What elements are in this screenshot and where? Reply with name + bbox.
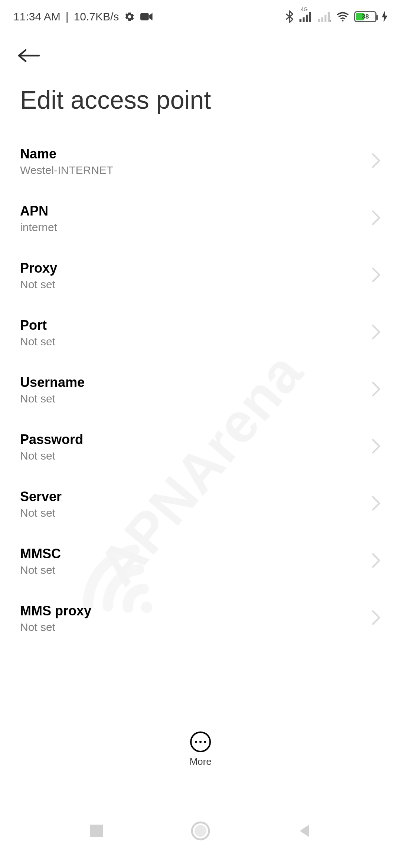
videocam-icon bbox=[140, 12, 153, 21]
settings-item-value: Not set bbox=[20, 507, 62, 519]
nav-home-button[interactable] bbox=[186, 816, 215, 846]
triangle-left-icon bbox=[297, 823, 312, 839]
bluetooth-icon bbox=[285, 10, 294, 23]
settings-item-label: Proxy bbox=[20, 260, 57, 276]
settings-item-password[interactable]: PasswordNot set bbox=[20, 418, 381, 476]
signal-4g-icon: 4G bbox=[299, 11, 313, 22]
settings-item-value: Not set bbox=[20, 621, 91, 634]
chevron-right-icon bbox=[371, 381, 381, 398]
status-time: 11:34 AM bbox=[13, 10, 61, 23]
settings-item-name[interactable]: NameWestel-INTERNET bbox=[20, 133, 381, 190]
settings-item-label: MMS proxy bbox=[20, 603, 91, 619]
svg-rect-4 bbox=[306, 15, 308, 22]
svg-rect-5 bbox=[309, 12, 311, 22]
svg-rect-13 bbox=[90, 825, 103, 837]
nav-bar bbox=[0, 794, 401, 868]
nav-recent-button[interactable] bbox=[82, 816, 111, 846]
chevron-right-icon bbox=[371, 324, 381, 341]
circle-icon bbox=[190, 821, 211, 841]
settings-item-apn[interactable]: APNinternet bbox=[20, 190, 381, 247]
svg-rect-6 bbox=[318, 19, 320, 22]
chevron-right-icon bbox=[371, 153, 381, 170]
settings-item-value: internet bbox=[20, 221, 57, 234]
chevron-right-icon bbox=[371, 267, 381, 284]
gear-icon bbox=[124, 11, 135, 22]
settings-item-value: Not set bbox=[20, 335, 55, 348]
signal-nosim-icon: ✕ bbox=[318, 11, 331, 22]
settings-item-value: Not set bbox=[20, 564, 61, 576]
battery-icon: 38 bbox=[354, 11, 376, 22]
settings-item-mms-proxy[interactable]: MMS proxyNot set bbox=[20, 590, 381, 647]
settings-item-label: Name bbox=[20, 146, 113, 162]
chevron-right-icon bbox=[371, 438, 381, 456]
settings-item-server[interactable]: ServerNot set bbox=[20, 476, 381, 533]
settings-item-mmsc[interactable]: MMSCNot set bbox=[20, 533, 381, 590]
svg-rect-1 bbox=[140, 13, 149, 20]
svg-point-15 bbox=[195, 825, 206, 837]
more-label: More bbox=[189, 756, 211, 767]
settings-item-value: Not set bbox=[20, 392, 85, 405]
settings-item-value: Not set bbox=[20, 450, 83, 462]
svg-rect-8 bbox=[325, 15, 326, 22]
settings-item-label: Username bbox=[20, 375, 85, 390]
back-button[interactable] bbox=[18, 45, 40, 67]
svg-rect-2 bbox=[300, 19, 301, 22]
svg-rect-3 bbox=[303, 17, 304, 22]
more-icon bbox=[190, 731, 211, 752]
settings-item-label: APN bbox=[20, 203, 57, 219]
chevron-right-icon bbox=[371, 210, 381, 227]
settings-item-label: MMSC bbox=[20, 546, 61, 562]
settings-item-value: Not set bbox=[20, 278, 57, 291]
charging-icon bbox=[382, 11, 388, 22]
settings-item-username[interactable]: UsernameNot set bbox=[20, 361, 381, 418]
settings-list: NameWestel-INTERNETAPNinternetProxyNot s… bbox=[0, 133, 401, 647]
chevron-right-icon bbox=[371, 496, 381, 513]
settings-item-label: Port bbox=[20, 318, 55, 333]
page-title: Edit access point bbox=[0, 74, 401, 133]
wifi-icon bbox=[336, 11, 349, 22]
nav-back-button[interactable] bbox=[290, 816, 319, 846]
svg-point-11 bbox=[342, 20, 343, 21]
settings-item-value: Westel-INTERNET bbox=[20, 164, 113, 177]
status-net-speed: 10.7KB/s bbox=[74, 10, 119, 23]
arrow-left-icon bbox=[18, 47, 40, 64]
settings-item-port[interactable]: PortNot set bbox=[20, 304, 381, 361]
settings-item-label: Password bbox=[20, 432, 83, 447]
svg-rect-7 bbox=[321, 17, 323, 22]
status-bar: 11:34 AM | 10.7KB/s 4G ✕ 38 bbox=[0, 0, 401, 33]
chevron-right-icon bbox=[371, 553, 381, 570]
square-icon bbox=[89, 823, 104, 839]
chevron-right-icon bbox=[371, 610, 381, 627]
more-button[interactable]: More bbox=[189, 731, 211, 767]
svg-text:✕: ✕ bbox=[329, 18, 332, 22]
settings-item-label: Server bbox=[20, 489, 62, 504]
settings-item-proxy[interactable]: ProxyNot set bbox=[20, 247, 381, 304]
